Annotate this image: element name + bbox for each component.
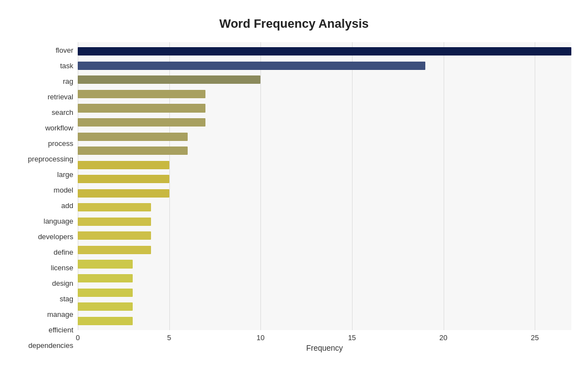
x-tick-label: 25: [531, 334, 539, 342]
y-label: preprocessing: [28, 155, 73, 163]
y-label: language: [44, 218, 74, 225]
bar-row: [78, 87, 571, 102]
bar-row: [78, 300, 571, 314]
bar: [78, 189, 169, 198]
bar: [78, 231, 151, 240]
y-label: license: [51, 264, 73, 271]
y-label: developers: [38, 233, 73, 240]
y-label: workflow: [45, 124, 73, 132]
bar-row: [78, 44, 571, 59]
bar-row: [78, 314, 571, 328]
x-axis-title: Frequency: [78, 343, 571, 352]
bar-row: [78, 115, 571, 130]
bar: [78, 146, 188, 155]
bar: [78, 133, 188, 141]
bar: [78, 118, 205, 127]
y-label: manage: [47, 311, 73, 318]
bar: [78, 90, 205, 98]
y-axis: flovertaskragretrievalsearchworkflowproc…: [17, 42, 78, 353]
bar-row: [78, 271, 571, 286]
y-label: design: [52, 280, 73, 287]
bar: [78, 218, 151, 226]
x-tick-label: 0: [76, 334, 79, 342]
bars-inner: [78, 42, 571, 330]
y-label: model: [54, 186, 73, 194]
bar-row: [78, 200, 571, 215]
bar-row: [78, 158, 571, 172]
bar: [78, 203, 151, 211]
bar-row: [78, 73, 571, 87]
bar: [78, 175, 169, 183]
bars-and-x: 0510152025 Frequency: [78, 42, 571, 353]
bar-row: [78, 215, 571, 229]
y-label: stag: [59, 295, 73, 302]
bar-row: [78, 186, 571, 200]
bar: [78, 260, 133, 268]
bar-row: [78, 229, 571, 243]
chart-title: Word Frequency Analysis: [17, 11, 571, 31]
y-label: define: [54, 249, 73, 256]
bar-row: [78, 243, 571, 257]
y-label: flover: [56, 47, 73, 54]
y-label: retrieval: [48, 93, 73, 100]
x-tick-label: 20: [439, 334, 447, 342]
bar-row: [78, 257, 571, 271]
x-tick-label: 15: [348, 334, 356, 342]
bar: [78, 317, 133, 325]
bar: [78, 302, 133, 311]
y-label: search: [52, 109, 73, 116]
bar-row: [78, 285, 571, 300]
bar-row: [78, 144, 571, 158]
bar-row: [78, 59, 571, 73]
y-label: add: [61, 202, 73, 209]
x-tick-label: 10: [257, 334, 264, 342]
x-tick-label: 5: [167, 334, 171, 342]
chart-container: Word Frequency Analysis flovertaskragret…: [0, 0, 588, 389]
y-label: task: [60, 62, 73, 69]
bar: [78, 104, 205, 112]
bar: [78, 161, 169, 169]
bar: [78, 47, 571, 55]
bar: [78, 62, 425, 70]
bar: [78, 246, 151, 254]
x-axis: 0510152025 Frequency: [78, 331, 571, 353]
bars-area: [78, 42, 571, 330]
chart-area: flovertaskragretrievalsearchworkflowproc…: [17, 42, 571, 353]
bar: [78, 75, 260, 84]
bar-row: [78, 172, 571, 186]
y-label: efficient: [48, 326, 73, 334]
bar: [78, 289, 133, 297]
y-label: process: [48, 140, 73, 147]
bar: [78, 274, 133, 282]
y-label: rag: [63, 78, 73, 85]
y-label: large: [57, 171, 73, 178]
y-label: dependencies: [28, 342, 73, 349]
bar-row: [78, 101, 571, 115]
bar-row: [78, 129, 571, 144]
